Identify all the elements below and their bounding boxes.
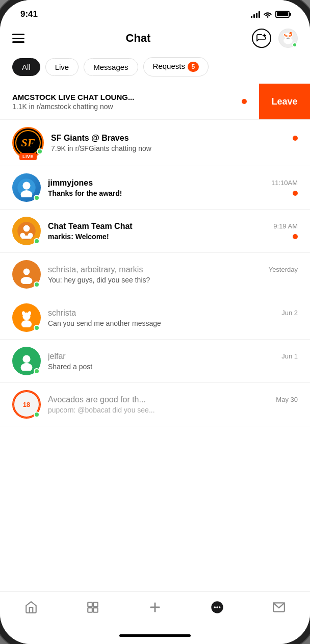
amcstock-live-item[interactable]: AMCSTOCK LIVE CHAT LOUNG... 1.1K in r/am… — [0, 84, 310, 119]
list-item[interactable]: jimmyjones 11:10AM Thanks for the award! — [0, 166, 310, 209]
avatar-wrap — [12, 260, 41, 289]
chat-body: schrista, arbeitrary, markis Yesterday Y… — [48, 265, 298, 284]
avatar-wrap — [12, 347, 41, 375]
online-dot — [37, 148, 43, 154]
chat-preview: Shared a post — [48, 363, 298, 371]
svg-rect-35 — [88, 608, 93, 612]
chat-name: Chat Team Team Chat — [48, 222, 133, 231]
home-bar — [119, 634, 191, 637]
app-header: Chat — [0, 23, 310, 54]
chat-preview: Thanks for the award! — [48, 189, 289, 197]
list-item[interactable]: schrista Jun 2 Can you send me another m… — [0, 296, 310, 339]
chat-preview: markis: Welcome! — [48, 233, 289, 241]
phone-frame: 9:41 Chat — [0, 0, 310, 644]
live-indicator-dot — [242, 99, 247, 104]
list-item[interactable]: SF LIVE SF Giants @ Braves 7.9K in r/SFG… — [0, 120, 310, 166]
chat-body: jelfar Jun 1 Shared a post — [48, 352, 298, 371]
leave-button[interactable]: Leave — [259, 84, 310, 119]
list-item[interactable]: jelfar Jun 1 Shared a post — [0, 340, 310, 382]
svg-point-40 — [214, 606, 216, 608]
nav-communities[interactable] — [77, 598, 108, 616]
giants-avatar-wrap: SF LIVE — [12, 127, 44, 159]
online-dot — [34, 195, 40, 201]
svg-rect-36 — [93, 608, 98, 612]
online-dot — [34, 281, 40, 288]
live-label: LIVE — [19, 153, 37, 160]
chat-name: jelfar — [48, 352, 66, 361]
chat-body: Chat Team Team Chat 9:19 AM markis: Welc… — [48, 222, 298, 241]
svg-point-41 — [216, 606, 218, 608]
svg-point-9 — [286, 36, 287, 37]
home-indicator — [0, 627, 310, 644]
nav-chat[interactable] — [202, 598, 232, 616]
chat-timestamp: Jun 2 — [281, 309, 298, 317]
grid-icon — [86, 600, 100, 614]
online-dot — [34, 411, 40, 418]
list-item[interactable]: Chat Team Team Chat 9:19 AM markis: Welc… — [0, 210, 310, 252]
svg-point-31 — [22, 355, 30, 363]
svg-point-42 — [218, 606, 220, 608]
svg-rect-33 — [88, 602, 93, 607]
nav-home[interactable] — [16, 598, 46, 616]
status-time: 9:41 — [20, 9, 38, 19]
chat-preview: Can you send me another message — [48, 319, 298, 327]
signal-icon — [251, 11, 260, 18]
nav-create[interactable] — [140, 598, 170, 616]
status-icons — [251, 11, 290, 18]
chat-preview: pupcorn: @bobacat did you see... — [48, 406, 298, 414]
chat-name: Avocados are good for th... — [48, 395, 146, 404]
new-chat-button[interactable] — [252, 29, 271, 48]
chat-timestamp: Yesterday — [269, 266, 298, 273]
mail-icon — [272, 600, 286, 614]
avatar-wrap — [12, 303, 41, 332]
list-item[interactable]: 18 Avocados are good for th... May 30 pu… — [0, 383, 310, 426]
svg-rect-34 — [93, 602, 98, 607]
chat-body: schrista Jun 2 Can you send me another m… — [48, 308, 298, 327]
online-indicator — [292, 42, 297, 47]
chat-name: schrista — [48, 308, 76, 318]
tab-messages[interactable]: Messages — [84, 58, 138, 76]
unread-dot — [293, 234, 298, 239]
svg-point-10 — [289, 36, 290, 37]
wifi-icon — [263, 11, 272, 18]
chat-preview: 7.9K in r/SFGiants chatting now — [51, 144, 298, 152]
tab-requests[interactable]: Requests5 — [143, 57, 209, 76]
online-dot — [34, 325, 40, 331]
home-icon — [24, 600, 38, 614]
requests-badge: 5 — [188, 62, 199, 72]
amcstock-subtitle: 1.1K in r/amcstock chatting now — [12, 102, 134, 111]
svg-point-23 — [23, 269, 30, 275]
bottom-nav — [0, 591, 310, 627]
chat-list: AMCSTOCK LIVE CHAT LOUNG... 1.1K in r/am… — [0, 84, 310, 591]
status-bar: 9:41 — [0, 0, 310, 23]
user-profile-button[interactable] — [278, 29, 298, 48]
chat-body: Avocados are good for th... May 30 pupco… — [48, 395, 298, 414]
unread-dot — [293, 191, 298, 196]
avatar-wrap: 18 — [12, 390, 41, 419]
chat-timestamp: 11:10AM — [271, 179, 298, 187]
chat-timestamp: 9:19 AM — [273, 222, 298, 230]
unread-dot — [293, 136, 298, 141]
chat-name: schrista, arbeitrary, markis — [48, 265, 143, 274]
svg-point-15 — [22, 182, 30, 190]
nav-inbox[interactable] — [264, 598, 294, 616]
chat-icon — [210, 600, 224, 614]
menu-button[interactable] — [12, 34, 24, 43]
svg-rect-21 — [22, 236, 32, 239]
chat-name: jimmyjones — [48, 178, 93, 188]
avatar-wrap — [12, 217, 41, 245]
tab-all[interactable]: All — [12, 58, 40, 76]
online-dot — [34, 368, 40, 374]
battery-icon — [275, 11, 290, 18]
amcstock-title: AMCSTOCK LIVE CHAT LOUNG... — [12, 93, 134, 101]
chat-name: SF Giants @ Braves — [51, 134, 129, 143]
chat-preview: You: hey guys, did you see this? — [48, 276, 298, 284]
page-title: Chat — [126, 32, 151, 45]
giants-chat-body: SF Giants @ Braves 7.9K in r/SFGiants ch… — [51, 134, 298, 152]
avatar-wrap — [12, 173, 41, 202]
svg-point-18 — [23, 225, 30, 232]
chat-body: jimmyjones 11:10AM Thanks for the award! — [48, 178, 298, 197]
tab-live[interactable]: Live — [45, 58, 79, 76]
filter-tabs: All Live Messages Requests5 — [0, 54, 310, 84]
list-item[interactable]: schrista, arbeitrary, markis Yesterday Y… — [0, 253, 310, 296]
